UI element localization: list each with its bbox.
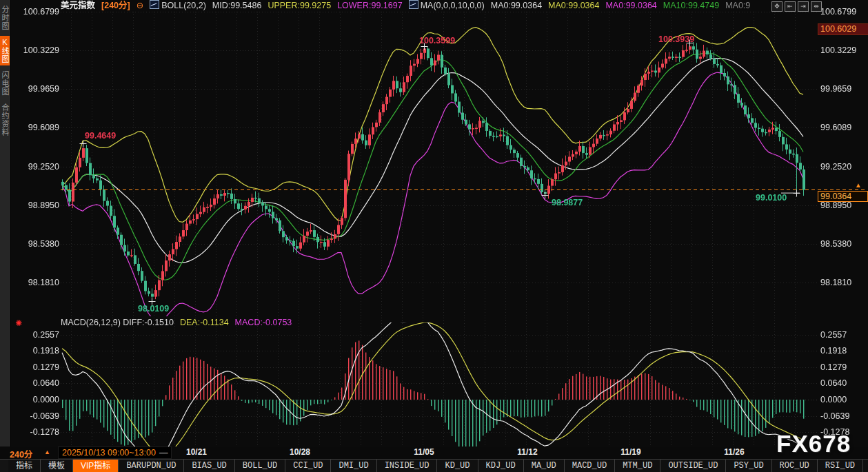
session-high-badge: 100.6029 bbox=[818, 23, 868, 35]
annotation-100.3599: 100.3599 bbox=[419, 36, 455, 45]
macd-label-right: 0.0640 bbox=[820, 378, 847, 388]
tab-BARUPDN_UD[interactable]: BARUPDN_UD bbox=[119, 460, 184, 472]
price-label-left: 100.3229 bbox=[17, 45, 59, 55]
current-price-badge: 99.0364 bbox=[818, 191, 868, 202]
period-up-arrow-icon[interactable]: ▲ bbox=[44, 449, 50, 455]
macd-label-right: 0.1279 bbox=[820, 362, 847, 372]
tab-OUTSIDE_UD[interactable]: OUTSIDE_UD bbox=[660, 460, 726, 472]
macd-label-left: 0.0000 bbox=[17, 395, 59, 404]
chart-window: 分时图K线图闪电图合约资料 美元指数[240分]⊖BOLL(20,2)MID:9… bbox=[0, 0, 868, 472]
boll-chart-icon bbox=[150, 0, 159, 9]
annotation-98.0109: 98.0109 bbox=[138, 304, 169, 314]
ma10-value: MA10:99.4749 bbox=[663, 1, 719, 10]
tab-INSIDE_UD[interactable]: INSIDE_UD bbox=[377, 460, 438, 472]
x-label-10/21: 10/21 bbox=[186, 447, 207, 457]
tab-MACD_UD[interactable]: MACD_UD bbox=[565, 460, 615, 472]
tab-KDJ_UD[interactable]: KDJ_UD bbox=[478, 460, 524, 472]
boll-upper-value: UPPER:99.9275 bbox=[268, 1, 331, 10]
macd-label-left: 0.0640 bbox=[17, 378, 59, 388]
chart-canvas[interactable] bbox=[0, 0, 868, 447]
tab-ROC_UD[interactable]: ROC_UD bbox=[772, 460, 818, 472]
axis-scale-left-icon[interactable]: ⇤ bbox=[785, 1, 796, 12]
time-axis-row: 240分 ▲ 2025/10/13 09:00~13:00— 10/2110/2… bbox=[0, 447, 868, 459]
boll-lower-value: LOWER:99.1697 bbox=[337, 1, 403, 10]
macd-dea-value: DEA:-0.1134 bbox=[180, 318, 229, 327]
macd-hist-value: MACD:-0.0753 bbox=[235, 318, 292, 327]
price-label-left: 99.9659 bbox=[17, 84, 59, 94]
macd-label-right: 0.0000 bbox=[820, 395, 847, 404]
boll-mid-value: MID:99.5486 bbox=[212, 1, 262, 10]
tab-MA_UD[interactable]: MA_UD bbox=[524, 460, 565, 472]
tab-PSY_UD[interactable]: PSY_UD bbox=[726, 460, 771, 472]
sidebar-item-分时图[interactable]: 分时图 bbox=[0, 3, 10, 32]
ma0-gray-value: MA0:9 bbox=[725, 1, 750, 10]
tab-BOLL_UD[interactable]: BOLL_UD bbox=[235, 460, 285, 472]
price-label-right: 98.1810 bbox=[820, 278, 851, 287]
macd-label-left: -0.1278 bbox=[17, 427, 59, 437]
symbol-title: 美元指数 bbox=[61, 1, 95, 10]
macd-label-left: 0.1918 bbox=[17, 346, 59, 356]
price-label-right: 100.3229 bbox=[820, 45, 856, 55]
indicator-tabs-bar: 指标模板VIP指标BARUPDN_UDBIAS_UDBOLL_UDCCI_UDD… bbox=[0, 459, 868, 472]
indicator-header: 美元指数[240分]⊖BOLL(20,2)MID:99.5486UPPER:99… bbox=[61, 0, 756, 12]
date-range-box: 2025/10/13 09:00~13:00— bbox=[58, 447, 172, 459]
price-label-right: 99.6089 bbox=[820, 123, 851, 132]
window-icons: ✥⇤⇥⇹ bbox=[769, 1, 822, 14]
pan-icon[interactable]: ✥ bbox=[771, 1, 783, 12]
tab-模板[interactable]: 模板 bbox=[41, 460, 73, 472]
price-label-left: 99.6089 bbox=[17, 123, 59, 132]
fit-width-icon[interactable]: ⇹ bbox=[811, 1, 822, 12]
boll-title: BOLL(20,2) bbox=[161, 1, 206, 10]
ma-title: MA(0,0,0,10,0,0) bbox=[421, 1, 485, 10]
tab-DMI_UD[interactable]: DMI_UD bbox=[331, 460, 376, 472]
price-label-right: 98.5380 bbox=[820, 239, 851, 249]
macd-settings-icon[interactable]: ✺ bbox=[15, 318, 22, 328]
macd-label-right: 0.2557 bbox=[820, 330, 847, 340]
macd-label-right: -0.0639 bbox=[820, 411, 849, 421]
period-label: [240分] bbox=[101, 1, 130, 10]
price-label-right: 99.9659 bbox=[820, 84, 851, 94]
price-label-right: 98.8950 bbox=[820, 201, 851, 210]
ma0-white-value: MA0:99.0364 bbox=[491, 1, 542, 10]
tab-RSI_UD[interactable]: RSI_UD bbox=[818, 460, 863, 472]
price-label-right: 100.6799 bbox=[820, 7, 856, 17]
tab-CCI_UD[interactable]: CCI_UD bbox=[285, 460, 331, 472]
sidebar-item-闪电图[interactable]: 闪电图 bbox=[0, 69, 10, 98]
tab-指标[interactable]: 指标 bbox=[8, 460, 41, 472]
price-label-right: 99.2520 bbox=[820, 162, 851, 172]
ma0-yellow-value: MA0:99.0364 bbox=[548, 1, 599, 10]
macd-label-left: 0.1279 bbox=[17, 362, 59, 372]
tab-BIAS_UD[interactable]: BIAS_UD bbox=[184, 460, 234, 472]
price-label-left: 98.5380 bbox=[17, 239, 59, 249]
x-label-11/26: 11/26 bbox=[724, 447, 744, 457]
macd-label-left: 0.2557 bbox=[17, 330, 59, 340]
x-label-11/05: 11/05 bbox=[414, 447, 434, 457]
tab-MTM_UD[interactable]: MTM_UD bbox=[615, 460, 660, 472]
sidebar-item-合约资料[interactable]: 合约资料 bbox=[0, 101, 10, 138]
macd-label-right: -0.1278 bbox=[820, 427, 849, 437]
macd-label-left: -0.0639 bbox=[17, 411, 59, 421]
macd-header: MACD(26,12,9) DIFF:-0.1510DEA:-0.1134MAC… bbox=[61, 318, 298, 328]
ma0-magenta-value: MA0:99.0364 bbox=[605, 1, 656, 10]
axis-scale-right-icon[interactable]: ⇥ bbox=[798, 1, 809, 12]
ma-chart-icon bbox=[409, 0, 418, 9]
date-range-dash: — bbox=[159, 448, 168, 458]
price-label-left: 99.2520 bbox=[17, 162, 59, 172]
macd-label-right: 0.1918 bbox=[820, 346, 847, 356]
sidebar-item-K线图[interactable]: K线图 bbox=[0, 36, 10, 65]
annotation-99.4649: 99.4649 bbox=[85, 131, 116, 141]
annotation-100.3939: 100.3939 bbox=[658, 34, 694, 44]
date-range-text: 2025/10/13 09:00~13:00 bbox=[62, 448, 156, 458]
price-label-left: 98.8950 bbox=[17, 201, 59, 210]
tab-VIP指标[interactable]: VIP指标 bbox=[73, 460, 119, 472]
tab-KD_UD[interactable]: KD_UD bbox=[437, 460, 478, 472]
price-label-left: 100.6799 bbox=[17, 7, 59, 17]
x-label-11/12: 11/12 bbox=[517, 447, 537, 457]
annotation-98.9877: 98.9877 bbox=[552, 198, 583, 207]
x-label-11/19: 11/19 bbox=[620, 447, 640, 457]
collapse-icon[interactable]: ⊖ bbox=[137, 1, 143, 10]
price-alert-arrow-icon: ▲ bbox=[855, 182, 862, 189]
tab-SMA_UD[interactable]: SMA_UD bbox=[863, 460, 868, 472]
macd-diff-value: MACD(26,12,9) DIFF:-0.1510 bbox=[61, 318, 174, 327]
price-label-left: 98.1810 bbox=[17, 278, 59, 287]
